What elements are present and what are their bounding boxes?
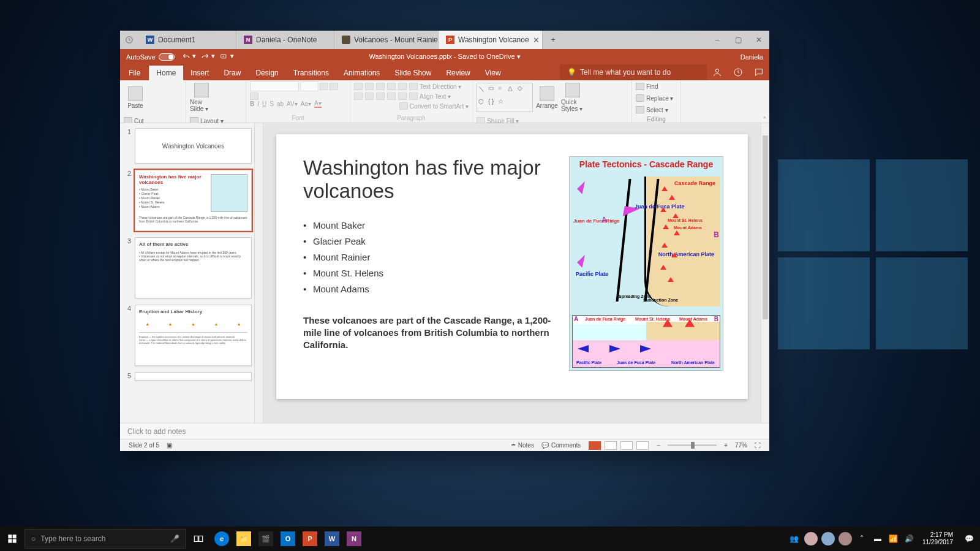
text-shadow-button[interactable]: ab [277, 101, 284, 107]
decrease-indent-icon[interactable] [376, 83, 385, 90]
tab-insert[interactable]: Insert [183, 66, 216, 80]
taskbar-onenote[interactable]: N [344, 528, 364, 549]
account-icon[interactable] [707, 64, 728, 80]
select-button[interactable]: Select ▾ [636, 105, 677, 115]
tab-nps[interactable]: Volcanoes - Mount Rainie [334, 31, 439, 49]
bold-button[interactable]: B [250, 101, 254, 107]
people-contact-1[interactable] [804, 532, 818, 545]
tray-overflow-icon[interactable]: ˄ [854, 534, 870, 543]
slide-thumbnail-panel[interactable]: 1 Washington Volcanoes 2 Washington has … [120, 123, 255, 423]
numbering-icon[interactable] [365, 83, 374, 90]
slide-thumb-2[interactable]: Washington has five major volcanoes • Mo… [135, 170, 252, 231]
font-color-button[interactable]: A▾ [314, 100, 322, 108]
align-left-icon[interactable] [354, 93, 363, 100]
increase-indent-icon[interactable] [387, 83, 396, 90]
line-spacing-icon[interactable] [398, 83, 407, 90]
slide-paragraph[interactable]: These volcanoes are part of the Cascade … [303, 314, 554, 352]
slide-thumb-4[interactable]: Eruption and Lahar History ▲▲▲▲▲ Eruptio… [135, 305, 252, 366]
strikethrough-button[interactable]: S [270, 101, 274, 107]
tab-home[interactable]: Home [149, 66, 183, 80]
taskbar-outlook[interactable]: O [277, 528, 298, 549]
tab-draw[interactable]: Draw [216, 66, 248, 80]
canvas-scrollbar[interactable] [761, 123, 769, 423]
tab-document1[interactable]: W Document1 [138, 31, 236, 49]
taskbar-edge[interactable]: e [211, 528, 232, 549]
tab-animations[interactable]: Animations [336, 66, 387, 80]
comments-toggle[interactable]: 💬 Comments [538, 442, 584, 449]
redo-button[interactable]: ▾ [201, 52, 215, 61]
document-title[interactable]: Washington Volcanoes.pptx - Saved to One… [369, 53, 520, 61]
arrange-button[interactable]: Arrange [535, 82, 559, 113]
char-spacing-button[interactable]: AV▾ [287, 101, 298, 107]
comments-icon[interactable] [748, 64, 769, 80]
new-tab-button[interactable]: + [543, 31, 564, 49]
close-button[interactable]: ✕ [748, 31, 769, 49]
align-text-button[interactable]: Align Text ▾ [409, 91, 451, 101]
tab-review[interactable]: Review [439, 66, 477, 80]
change-case-button[interactable]: Aa▾ [301, 101, 311, 107]
wifi-icon[interactable]: 📶 [886, 534, 902, 543]
fit-to-window-button[interactable]: ⛶ [751, 442, 764, 449]
font-size-input[interactable] [300, 82, 318, 91]
people-contact-3[interactable] [839, 532, 852, 545]
tab-file[interactable]: File [120, 66, 149, 80]
undo-button[interactable]: ▾ [182, 52, 196, 61]
clear-formatting-icon[interactable] [250, 93, 258, 100]
columns-icon[interactable] [398, 93, 407, 100]
tab-onenote[interactable]: N Daniela - OneNote [236, 31, 334, 49]
quick-styles-button[interactable]: Quick Styles ▾ [561, 82, 584, 113]
zoom-out-button[interactable]: − [653, 442, 664, 449]
taskbar-powerpoint[interactable]: P [300, 528, 320, 549]
tab-transitions[interactable]: Transitions [286, 66, 336, 80]
slide-title[interactable]: Washington has five major volcanoes [303, 156, 554, 203]
people-icon[interactable]: 👥 [786, 534, 802, 543]
replace-button[interactable]: Replace ▾ [636, 93, 677, 103]
text-direction-button[interactable]: Text Direction ▾ [409, 82, 461, 91]
new-slide-button[interactable]: New Slide ▾ [190, 82, 213, 113]
thumbnail-scrollbar[interactable] [255, 123, 263, 423]
accessibility-checker-icon[interactable]: ▣ [163, 442, 176, 449]
shapes-gallery[interactable]: ＼▭○△ ◇⬡{ }☆ [477, 83, 533, 112]
taskbar-clock[interactable]: 2:17 PM 11/29/2017 [918, 531, 958, 546]
paste-button[interactable]: Paste [124, 82, 147, 113]
autosave-toggle[interactable]: AutoSave [126, 53, 175, 61]
tell-me-search[interactable]: 💡 Tell me what you want to do [560, 64, 707, 80]
zoom-in-button[interactable]: + [720, 442, 731, 449]
slide-canvas[interactable]: Washington has five major volcanoes Moun… [276, 134, 748, 399]
tectonics-diagram[interactable]: Plate Tectonics - Cascade Range Cascade … [569, 156, 723, 371]
underline-button[interactable]: U [262, 101, 266, 107]
battery-icon[interactable]: ▬ [870, 534, 886, 543]
taskbar-movies[interactable]: 🎬 [255, 528, 276, 549]
history-icon[interactable] [728, 64, 748, 80]
tab-design[interactable]: Design [248, 66, 285, 80]
italic-button[interactable]: I [257, 101, 259, 107]
recent-activity-icon[interactable] [120, 31, 138, 49]
align-center-icon[interactable] [365, 93, 374, 100]
collapse-ribbon-icon[interactable]: ˄ [760, 80, 769, 123]
slide-counter[interactable]: Slide 2 of 5 [125, 442, 163, 449]
zoom-slider[interactable] [668, 444, 717, 446]
action-center-icon[interactable]: 💬 [958, 534, 980, 543]
minimize-button[interactable]: – [707, 31, 728, 49]
maximize-button[interactable]: ▢ [728, 31, 748, 49]
tab-view[interactable]: View [478, 66, 508, 80]
decrease-font-icon[interactable] [330, 83, 338, 90]
increase-font-icon[interactable] [320, 83, 328, 90]
normal-view-button[interactable] [589, 441, 601, 450]
slide-thumb-3[interactable]: All of them are active • All of them exc… [135, 237, 252, 298]
bullets-icon[interactable] [354, 83, 363, 90]
slide-thumb-5[interactable] [135, 372, 252, 381]
slide-thumb-1[interactable]: Washington Volcanoes [135, 128, 252, 164]
start-button[interactable] [0, 526, 24, 551]
taskbar-search[interactable]: ○ Type here to search 🎤 [24, 529, 186, 549]
font-family-input[interactable] [250, 82, 299, 91]
notes-toggle[interactable]: ≐ Notes [507, 442, 538, 449]
sorter-view-button[interactable] [605, 441, 617, 450]
volume-icon[interactable]: 🔊 [902, 534, 918, 543]
notes-pane[interactable]: Click to add notes [120, 423, 769, 439]
tab-close-icon[interactable]: ✕ [533, 36, 540, 45]
find-button[interactable]: Find [636, 82, 677, 91]
task-view-button[interactable] [186, 526, 211, 551]
align-right-icon[interactable] [376, 93, 385, 100]
tab-slideshow[interactable]: Slide Show [387, 66, 439, 80]
